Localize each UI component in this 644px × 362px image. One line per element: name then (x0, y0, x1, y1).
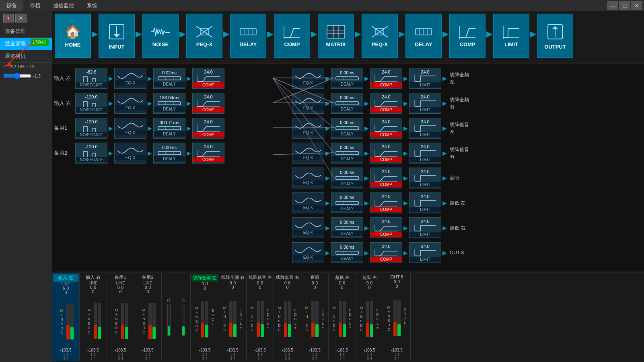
out-delay-block-3[interactable]: 0.00ms DEALY (331, 143, 363, 164)
ch-e2-7[interactable]: E (292, 308, 299, 312)
out-comp-block-4[interactable]: 24.0 COMP (370, 168, 402, 188)
fader-left-10[interactable] (366, 301, 369, 337)
fader-right-9[interactable] (343, 301, 346, 337)
ch-m-10[interactable]: M (358, 306, 365, 310)
ch-d2-11[interactable]: D (401, 312, 409, 316)
eqx-block-1[interactable]: EQ-X (114, 93, 146, 114)
ch-c2-9[interactable]: C (347, 317, 354, 321)
ch-n-5[interactable]: N (221, 315, 228, 319)
ch-c-1[interactable]: C (86, 330, 93, 334)
out-delay-block-6[interactable]: 0.00ms DEALY (331, 217, 363, 238)
ch-d2-5[interactable]: D (237, 313, 245, 317)
out-delay-block-5[interactable]: 0.00ms DEALY (331, 192, 363, 213)
ch-n-1[interactable]: N (86, 317, 93, 321)
ch-e2-4[interactable]: E (209, 309, 216, 313)
eqx-block-3[interactable]: EQ-X (114, 143, 146, 164)
ch-d-0[interactable]: D (58, 326, 66, 330)
out-comp-block-5[interactable]: 24.0 COMP (370, 192, 402, 213)
out-comp-block-2[interactable]: 24.0 COMP (370, 118, 402, 139)
nav-comp1[interactable]: COMP (274, 14, 310, 58)
ch-c-3[interactable]: C (140, 330, 148, 334)
ch-n-8[interactable]: N (303, 315, 311, 319)
out-limit-block-0[interactable]: 24.0 LIMIT (409, 68, 441, 89)
ch-plus-8[interactable]: + (303, 310, 311, 314)
out-eqx-block-6[interactable]: EQ-X (292, 217, 324, 238)
ch-e-6[interactable]: E (249, 319, 256, 323)
ch-n-10[interactable]: N (358, 315, 365, 319)
ch-c2-8[interactable]: C (319, 317, 327, 321)
comp-block-1[interactable]: 24.0 COMP (192, 93, 224, 114)
ch-plus-7[interactable]: + (276, 310, 283, 314)
ch-c-10[interactable]: C (358, 328, 365, 332)
channel-strip-1[interactable]: 输入 右 LINE 0 0 0 M + N E D C (80, 273, 107, 361)
ch-e-2[interactable]: E (113, 321, 120, 325)
comp-block-0[interactable]: 24.0 COMP (192, 68, 224, 89)
ch-c-0[interactable]: C (58, 331, 66, 335)
ch-m-2[interactable]: M (113, 308, 120, 312)
out-limit-block-6[interactable]: 24.0 LIMIT (409, 217, 441, 238)
fader-right-2[interactable] (125, 303, 128, 339)
ch-d-8[interactable]: D (303, 323, 311, 327)
ch-l-4[interactable]: L (209, 322, 216, 326)
nav-matrix[interactable]: MATRIX (318, 14, 354, 58)
channel-strip-5[interactable]: 线阵全频 右 0 0 0 M + N E D C (219, 273, 247, 361)
ch-c-8[interactable]: C (303, 328, 311, 332)
comp-block-3[interactable]: 24.0 COMP (192, 143, 224, 164)
out-comp-block-6[interactable]: 24.0 COMP (370, 217, 402, 238)
ch-c-2[interactable]: C (113, 330, 120, 334)
channel-strip-0[interactable]: 输入 左 LINE 6 0 0 M + N E D C (52, 273, 80, 361)
fader-left-11[interactable] (393, 300, 397, 336)
ch-e-9[interactable]: E (331, 319, 338, 323)
ch-plus-0[interactable]: + (58, 313, 66, 317)
delay-block-1[interactable]: 163.04ms DEALY (153, 93, 185, 114)
eqx-block-0[interactable]: EQ-X (114, 68, 146, 89)
ch-m-3[interactable]: M (140, 308, 148, 312)
fader-right-8[interactable] (315, 301, 319, 337)
ch-d-5[interactable]: D (221, 323, 228, 327)
ch-d-11[interactable]: D (385, 323, 393, 327)
ng-block-1[interactable]: -120.0 NOISEGATE (75, 93, 107, 114)
ch-plus2-9[interactable]: + (347, 326, 354, 330)
ch-plus2-10[interactable]: + (374, 326, 381, 330)
ch-d-2[interactable]: D (113, 326, 120, 330)
fader-right-11[interactable] (397, 300, 401, 336)
out-comp-block-0[interactable]: 24.0 COMP (370, 68, 402, 89)
fader-right-7[interactable] (288, 301, 291, 337)
fader-left-5[interactable] (229, 301, 232, 337)
out-comp-block-7[interactable]: 24.0 COMP (370, 242, 402, 263)
out-comp-block-1[interactable]: 24.0 COMP (370, 93, 402, 114)
fader-right-10[interactable] (370, 301, 373, 337)
channel-strip-9[interactable]: 超低 左 0 0 0 M + N E D C (329, 273, 356, 361)
ch-plus-3[interactable]: + (140, 313, 148, 317)
ch-plus2-11[interactable]: + (401, 325, 409, 329)
mute-button[interactable]: 🔇 (3, 14, 14, 22)
ch-e2-10[interactable]: E (374, 308, 381, 312)
ch-d-7[interactable]: D (276, 323, 283, 327)
ch-d-9[interactable]: D (331, 323, 338, 327)
ch-e-11[interactable]: E (385, 319, 393, 323)
ch-e2-5[interactable]: E (237, 308, 245, 312)
ch-plus2-8[interactable]: + (319, 326, 327, 330)
ch-n-4[interactable]: N (193, 315, 200, 319)
ch-l-9[interactable]: L (347, 321, 354, 325)
ch-e2-11[interactable]: E (401, 307, 409, 311)
ch-e-4[interactable]: E (193, 319, 200, 323)
ch-plus-6[interactable]: + (249, 310, 256, 314)
ch-c2-7[interactable]: C (292, 317, 299, 321)
ch-m-7[interactable]: M (276, 306, 283, 310)
out-eqx-block-3[interactable]: EQ-X (292, 143, 324, 164)
out-delay-block-4[interactable]: 0.00ms DEALY (331, 168, 363, 188)
out-delay-block-1[interactable]: 0.00ms DEALY (331, 93, 363, 114)
ch-m-5[interactable]: M (221, 306, 228, 310)
out-eqx-block-7[interactable]: EQ-X (292, 242, 324, 263)
ch-plus2-7[interactable]: + (292, 326, 299, 330)
out-eqx-block-1[interactable]: EQ-X (292, 93, 324, 114)
out-eqx-block-4[interactable]: EQ-X (292, 168, 324, 188)
ch-l-5[interactable]: L (237, 321, 245, 325)
eqx-block-2[interactable]: EQ-X (114, 118, 146, 139)
delay-block-3[interactable]: 0.00ms DEALY (153, 143, 185, 164)
ch-m-1[interactable]: M (86, 308, 93, 312)
out-comp-block-3[interactable]: 24.0 COMP (370, 143, 402, 164)
out-eqx-block-2[interactable]: EQ-X (292, 118, 324, 139)
ch-plus-9[interactable]: + (331, 310, 338, 314)
